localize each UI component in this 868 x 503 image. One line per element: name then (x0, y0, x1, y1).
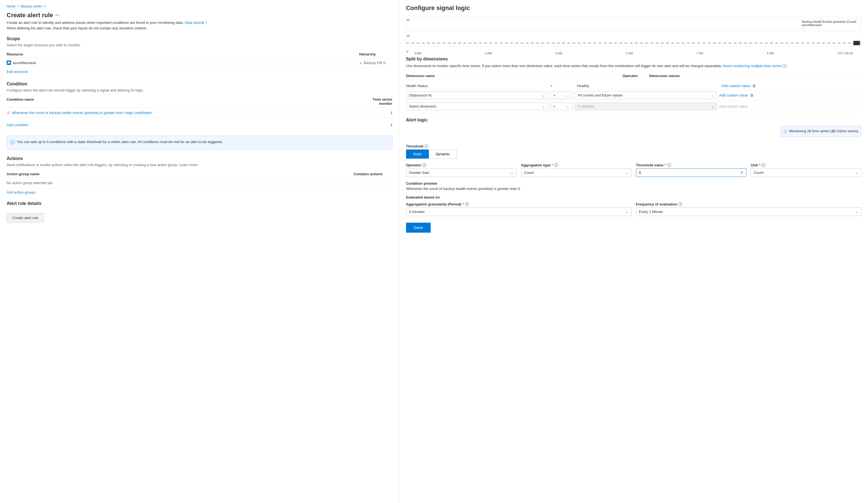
col-dim-op-header: Operator (623, 74, 645, 78)
unit-chevron-icon: ⌄ (855, 171, 858, 175)
col-resource-header: Resource (7, 52, 359, 56)
operator-select[interactable]: Greater than ⌄ (406, 168, 517, 177)
agg-granularity-label: Aggregation granularity (Period) * i (406, 202, 631, 206)
agg-granularity-info-icon[interactable]: i (465, 202, 469, 206)
dim-name-dropdown[interactable]: Datasource Id ⌄ (406, 91, 548, 99)
info-circle-split[interactable]: i (783, 64, 786, 68)
dim-custom-link-health-status[interactable]: Add custom value (722, 84, 750, 88)
dim-op-select-value: = (554, 104, 556, 108)
add-condition-row: Add condition 1 (7, 118, 392, 132)
operator-info-icon[interactable]: i (422, 163, 426, 167)
dim-name-dropdown-value: Datasource Id (409, 93, 432, 97)
condition-link[interactable]: Whenever the count of backup health even… (12, 111, 152, 115)
alert-logic-section: Alert logic ⓘ Monitoring 28 time series … (406, 118, 861, 233)
scope-desc: Select the target resource you wish to m… (7, 43, 392, 47)
aggregation-select[interactable]: Count ⌄ (521, 168, 631, 177)
add-action-groups-link[interactable]: Add action groups (7, 190, 36, 194)
unit-value: Count (754, 171, 764, 175)
aggregation-info-icon[interactable]: i (554, 163, 558, 167)
dim-vals-health-status: Healthy (577, 84, 717, 88)
split-by-dimensions-section: Split by dimensions Use dimensions to mo… (406, 57, 861, 112)
evaluated-section: Evaluated based on Aggregation granulari… (406, 195, 861, 216)
view-tutorial-link[interactable]: View tutorial + (185, 21, 207, 25)
dim-op-dropdown[interactable]: = ⌄ (550, 91, 572, 99)
agg-granularity-required: * (463, 202, 464, 206)
alert-details-section: Alert rule details (7, 201, 392, 206)
condition-row: ⚠ Whenever the count of backup health ev… (7, 108, 392, 118)
col-dim-name-header: Dimension name (406, 74, 618, 78)
breadcrumb-home[interactable]: Home (7, 4, 16, 8)
dim-val-select-dropdown[interactable]: 0 selected ⌄ (575, 103, 717, 110)
chart-container: 40 20 0 Backup Health Events (previe (406, 16, 861, 56)
threshold-value-field: Threshold value * i ✕ (636, 163, 746, 177)
agg-granularity-value: 5 minutes (409, 210, 425, 214)
logic-fields-row: Operator i Greater than ⌄ Aggregation ty… (406, 163, 861, 177)
resource-icon (7, 60, 11, 65)
operator-value: Greater than (409, 171, 429, 175)
dim-custom-datasource: Add custom value 🗑 (719, 93, 861, 97)
unit-required: * (759, 163, 760, 167)
aggregation-value: Count (524, 171, 534, 175)
static-threshold-btn[interactable]: Static (406, 150, 429, 159)
dim-op-select-dropdown[interactable]: = ⌄ (550, 103, 572, 110)
done-button[interactable]: Done (406, 223, 431, 233)
aggregation-field: Aggregation type * i Count ⌄ (521, 163, 631, 177)
right-panel: Configure signal logic 40 20 0 (399, 0, 868, 503)
agg-granularity-chevron-icon: ⌄ (626, 210, 628, 214)
info-icon: ⓘ (10, 139, 15, 146)
scope-table-header: Resource Hierarchy (7, 50, 392, 58)
dim-val-select-container: 0 selected ⌄ (575, 103, 717, 110)
chart-x-labels: 3 AM 4 AM 5 AM 6 AM 7 AM 8 AM UTC+05:30 (406, 51, 861, 56)
monitoring-info-box: ⓘ Monitoring 28 time series ($0.1/time s… (781, 126, 861, 137)
chart-legend-sub: azurefilesvault (802, 23, 856, 27)
dim-name-select-dropdown[interactable]: Select dimension ⌄ (406, 103, 548, 110)
eval-fields-row: Aggregation granularity (Period) * i 5 m… (406, 202, 861, 216)
chart-svg (406, 16, 861, 46)
condition-info-box: ⓘ You can add up to 5 conditions with a … (7, 135, 392, 150)
dim-custom-health-status: Add custom value 🗑 (722, 84, 861, 88)
actions-table-header: Action group name Contains actions (7, 170, 392, 178)
time-series-value: 1 (370, 111, 392, 115)
threshold-value-input[interactable] (639, 171, 740, 175)
hierarchy-value: Backup PM S (364, 61, 386, 65)
create-alert-button[interactable]: Create alert rule (7, 213, 44, 222)
dim-delete-icon-0[interactable]: 🗑 (752, 84, 756, 88)
operator-chevron-icon: ⌄ (510, 171, 514, 175)
add-condition-time-series: 1 (370, 123, 392, 127)
unit-select[interactable]: Count ⌄ (751, 168, 861, 177)
dim-op-select-chevron-icon: ⌄ (566, 104, 569, 108)
dim-custom-link-datasource[interactable]: Add custom value (719, 93, 748, 97)
dim-delete-icon-1[interactable]: 🗑 (750, 93, 754, 97)
dim-val-dropdown[interactable]: All current and future values ⌄ (575, 91, 717, 99)
breadcrumb-sep2: > (44, 4, 46, 8)
alert-logic-title: Alert logic (406, 118, 861, 123)
frequency-select[interactable]: Every 1 Minute ⌄ (636, 208, 861, 216)
breadcrumb-backup-center[interactable]: Backup center (21, 4, 42, 8)
threshold-info-icon[interactable]: i (424, 144, 428, 148)
about-monitoring-link[interactable]: About monitoring multiple time series (722, 64, 781, 68)
threshold-input-container: ✕ (636, 168, 746, 177)
threshold-clear-icon[interactable]: ✕ (740, 171, 743, 175)
col-action-name-header: Action group name (7, 172, 354, 176)
edit-resource-link[interactable]: Edit resource (7, 70, 28, 74)
col-contains-actions-header: Contains actions (354, 172, 392, 176)
operator-label: Operator i (406, 163, 517, 167)
dynamic-threshold-btn[interactable]: Dynamic (429, 150, 457, 159)
dim-op-health-status: = (550, 84, 572, 88)
dim-op-chevron-icon: ⌄ (566, 93, 569, 97)
agg-granularity-select[interactable]: 5 minutes ⌄ (406, 208, 631, 216)
dim-val-select-chevron-icon: ⌄ (711, 104, 714, 108)
split-desc: Use dimensions to monitor specific time … (406, 63, 861, 69)
no-action-text: No action group selected yet (7, 178, 392, 188)
x-label-7am: 7 AM (696, 52, 703, 55)
dim-name-health-status: Health Status (406, 84, 546, 88)
actions-section: Actions Send notifications or invoke act… (7, 156, 392, 194)
condition-info-text: You can add up to 5 conditions with a st… (17, 139, 223, 146)
learn-more-link[interactable]: Learn more (179, 163, 197, 167)
more-options-icon[interactable]: ··· (55, 12, 60, 18)
unit-info-icon[interactable]: i (761, 163, 765, 167)
threshold-value-info-icon[interactable]: i (667, 163, 671, 167)
add-condition-link[interactable]: Add condition (7, 121, 29, 129)
split-title: Split by dimensions (406, 57, 861, 62)
frequency-info-icon[interactable]: i (678, 202, 682, 206)
